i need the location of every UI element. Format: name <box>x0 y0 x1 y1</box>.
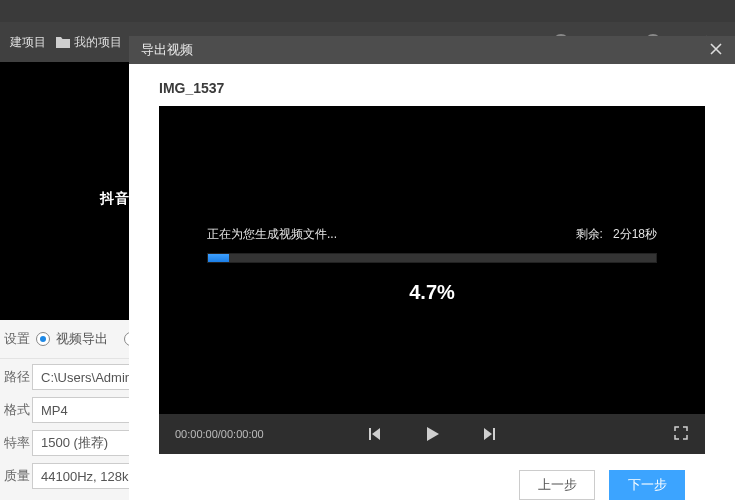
quality-label: 质量 <box>4 467 32 485</box>
remaining-label: 剩余: <box>576 227 603 241</box>
modal-body: IMG_1537 正在为您生成视频文件... 剩余: 2分18秒 4.7% 0 <box>129 64 735 500</box>
progress-area: 正在为您生成视频文件... 剩余: 2分18秒 4.7% <box>159 226 705 304</box>
modal-header: 导出视频 <box>129 36 735 64</box>
video-preview-area: 抖音 <box>0 62 130 320</box>
path-label: 路径 <box>4 368 32 386</box>
next-track-icon[interactable] <box>482 426 498 442</box>
progress-percent: 4.7% <box>207 281 657 304</box>
next-step-button[interactable]: 下一步 <box>609 470 685 500</box>
radio-video-export[interactable] <box>36 332 50 346</box>
fullscreen-icon <box>673 425 689 441</box>
menu-new-project[interactable]: 建项目 <box>10 34 46 51</box>
remaining-value: 2分18秒 <box>613 227 657 241</box>
radio-video-export-label: 视频导出 <box>56 330 108 348</box>
export-modal: 导出视频 IMG_1537 正在为您生成视频文件... 剩余: 2分18秒 <box>129 36 735 500</box>
export-filename: IMG_1537 <box>159 80 705 96</box>
menu-my-projects-label: 我的项目 <box>74 34 122 51</box>
menu-my-projects[interactable]: 我的项目 <box>56 34 122 51</box>
app-top-bar <box>0 0 735 23</box>
player-bar: 00:00:00/00:00:00 <box>159 414 705 454</box>
preview-overlay-text: 抖音 <box>100 190 130 208</box>
next-step-label: 下一步 <box>628 476 667 494</box>
modal-footer: 上一步 下一步 <box>159 454 705 500</box>
modal-header-title: 导出视频 <box>141 41 193 59</box>
settings-heading: 设置 <box>4 330 36 348</box>
remaining-text: 剩余: 2分18秒 <box>576 226 657 243</box>
progress-bar <box>207 253 657 263</box>
progress-labels: 正在为您生成视频文件... 剩余: 2分18秒 <box>207 226 657 243</box>
progress-fill <box>208 254 229 262</box>
preview-box: 正在为您生成视频文件... 剩余: 2分18秒 4.7% 00:00:00/00… <box>159 106 705 454</box>
prev-step-label: 上一步 <box>538 476 577 494</box>
generating-text: 正在为您生成视频文件... <box>207 226 337 243</box>
player-controls <box>366 424 498 444</box>
bitrate-label: 特率 <box>4 434 32 452</box>
format-label: 格式 <box>4 401 32 419</box>
close-button[interactable] <box>709 42 723 59</box>
timecode: 00:00:00/00:00:00 <box>175 428 264 440</box>
menu-new-project-label: 建项目 <box>10 34 46 51</box>
play-icon[interactable] <box>422 424 442 444</box>
close-icon <box>709 42 723 56</box>
prev-track-icon[interactable] <box>366 426 382 442</box>
fullscreen-button[interactable] <box>673 425 689 443</box>
prev-step-button[interactable]: 上一步 <box>519 470 595 500</box>
folder-icon <box>56 36 70 48</box>
